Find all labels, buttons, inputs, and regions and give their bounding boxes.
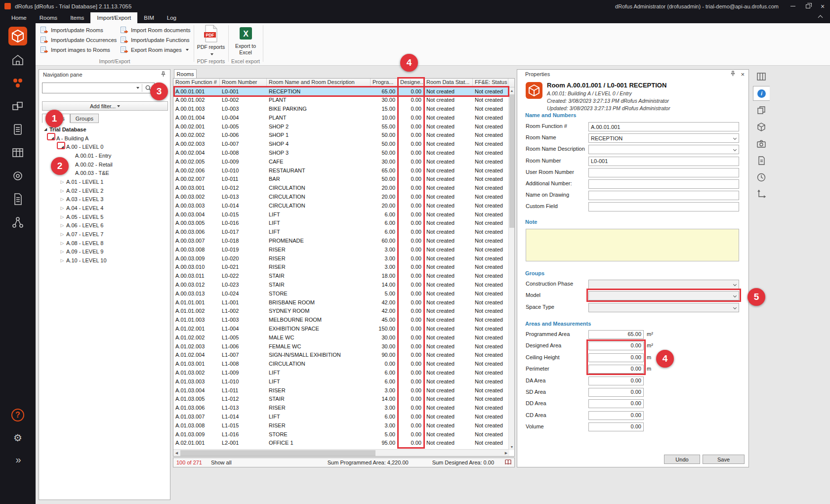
table-row[interactable]: A.00.01.004L0-004PLANT10.000.00Not creat… — [173, 114, 508, 123]
scroll-up-icon[interactable]: ▲ — [509, 87, 515, 94]
tree-expander-icon[interactable]: ▷ — [59, 223, 66, 228]
table-row[interactable]: A.00.02.002L0-006SHOP 150.000.00Not crea… — [173, 131, 508, 140]
close-button[interactable]: × — [815, 0, 830, 12]
column-header-room-number[interactable]: Room Number — [220, 79, 267, 87]
table-row[interactable]: A.00.03.013L0-024STORE5.000.00Not create… — [173, 290, 508, 298]
table-row[interactable]: A.01.03.006L1-013RISER3.000.00Not create… — [173, 404, 508, 413]
construction-phase-combo[interactable] — [588, 280, 739, 289]
restore-button[interactable] — [800, 0, 815, 12]
cd-area-input[interactable]: 0.00 — [588, 411, 644, 420]
tree-item-a-07-level-7[interactable]: ▷A.07 - LEVEL 7 — [39, 230, 170, 239]
da-area-input[interactable]: 0.00 — [588, 377, 644, 385]
table-row[interactable]: A.01.02.002L1-005MALE WC30.000.00Not cre… — [173, 334, 508, 342]
table-row[interactable]: A.01.03.004L1-011RISER3.000.00Not create… — [173, 386, 508, 395]
table-row[interactable]: A.01.02.004L1-007SIGN-IN/SMALL EXHIBITIO… — [173, 351, 508, 360]
table-row[interactable]: A.00.03.001L0-012CIRCULATION20.000.00Not… — [173, 184, 508, 193]
horizontal-scroll-thumb[interactable] — [180, 450, 375, 456]
table-row[interactable]: A.00.03.011L0-022STAIR18.000.00Not creat… — [173, 272, 508, 281]
table-row[interactable]: A.00.03.007L0-018PROMENADE60.000.00Not c… — [173, 237, 508, 246]
scroll-down-icon[interactable]: ▼ — [509, 444, 515, 450]
tree-expander-icon[interactable]: ▷ — [59, 249, 66, 254]
table-row[interactable]: A.01.02.001L1-004EXHIBITION SPACE150.000… — [173, 325, 508, 334]
show-all-link[interactable]: Show all — [211, 460, 232, 465]
tree-item-a-01-level-1[interactable]: ▷A.01 - LEVEL 1 — [39, 177, 170, 186]
import-room-documents-button[interactable]: Import Room documents — [119, 25, 192, 35]
nav-tab-groups[interactable]: Groups — [70, 114, 99, 123]
import-update-occurrences-button[interactable]: Import/update Occurrences — [39, 35, 119, 45]
tree-item-a-08-level-8[interactable]: ▷A.08 - LEVEL 8 — [39, 239, 170, 248]
undo-button[interactable]: Undo — [664, 455, 700, 464]
pin-icon[interactable] — [730, 71, 736, 78]
export-room-images-button[interactable]: Export Room images — [119, 45, 192, 55]
perimeter-input[interactable]: 0.00 — [588, 365, 644, 374]
space-type-combo[interactable] — [588, 303, 739, 312]
tree-expander-icon[interactable]: ◢ — [59, 145, 66, 149]
building-module-icon[interactable] — [0, 49, 36, 71]
minimize-button[interactable] — [786, 0, 800, 12]
choose-columns-icon[interactable] — [753, 69, 770, 84]
rooms-document-tab[interactable]: Rooms — [174, 69, 197, 79]
table-row[interactable]: A.00.02.004L0-008SHOP 350.000.00Not crea… — [173, 149, 508, 158]
name-on-drawing-input[interactable] — [588, 191, 739, 200]
import-images-to-rooms-button[interactable]: Import images to Rooms — [39, 45, 119, 55]
column-header-room-name-and-room-description[interactable]: Room Name and Room Description — [267, 79, 371, 87]
scroll-right-icon[interactable]: ▶ — [503, 450, 509, 457]
tree-expander-icon[interactable]: ▷ — [59, 258, 66, 263]
tab-home[interactable]: Home — [5, 12, 33, 23]
import-update-functions-button[interactable]: Import/update Functions — [119, 35, 192, 45]
copy-pages-icon[interactable] — [753, 103, 770, 118]
tree-expander-icon[interactable]: ◢ — [49, 136, 56, 140]
horizontal-scrollbar[interactable]: ◀ ▶ — [173, 449, 509, 456]
designed-area-input[interactable]: 0.00 — [588, 341, 644, 350]
table-row[interactable]: A.01.03.005L1-012STAIR14.000.00Not creat… — [173, 395, 508, 404]
models-module-icon[interactable] — [0, 95, 36, 117]
tab-bim[interactable]: BIM — [137, 12, 160, 23]
tree-item-a-04-level-4[interactable]: ▷A.04 - LEVEL 4 — [39, 204, 170, 212]
tab-rooms[interactable]: Rooms — [33, 12, 64, 23]
tab-items[interactable]: Items — [64, 12, 90, 23]
history-clock-icon[interactable] — [753, 170, 770, 185]
add-filter-button[interactable]: Add filter... — [42, 101, 168, 111]
vertical-scroll-thumb[interactable] — [509, 94, 514, 228]
table-row[interactable]: A.00.03.002L0-013CIRCULATION20.000.00Not… — [173, 193, 508, 202]
help-icon[interactable]: ? — [0, 404, 36, 426]
additional-number-input[interactable] — [588, 179, 739, 189]
table-row[interactable]: A.00.02.001L0-005SHOP 255.000.00Not crea… — [173, 123, 508, 131]
table-row[interactable]: A.01.01.002L1-002SYDNEY ROOM42.000.00Not… — [173, 307, 508, 316]
table-row[interactable]: A.01.02.003L1-006FEMALE WC30.000.00Not c… — [173, 342, 508, 351]
table-row[interactable]: A.00.01.001L0-001RECEPTION65.000.00Not c… — [173, 87, 508, 96]
table-row[interactable]: A.01.01.003L1-003MELBOURNE ROOM45.000.00… — [173, 316, 508, 325]
systems-module-icon[interactable] — [0, 142, 36, 164]
close-panel-icon[interactable]: × — [741, 71, 745, 78]
room-number-input[interactable]: L0-001 — [588, 157, 739, 166]
measurements-axis-icon[interactable] — [753, 187, 770, 202]
note-textarea[interactable] — [526, 229, 739, 261]
column-header-designe[interactable]: Designe... — [398, 79, 424, 87]
volume-input[interactable]: 0.00 — [588, 422, 644, 431]
pdf-reports-button[interactable]: PDF PDF reports — [197, 25, 225, 57]
drofus-rooms-module-icon[interactable] — [0, 24, 36, 48]
table-row[interactable]: A.00.03.005L0-016LIFT6.000.00Not created… — [173, 219, 508, 228]
scroll-left-icon[interactable]: ◀ — [173, 450, 180, 457]
table-row[interactable]: A.00.03.006L0-017LIFT6.000.00Not created… — [173, 228, 508, 237]
tree-item-a-02-level-2[interactable]: ▷A.02 - LEVEL 2 — [39, 186, 170, 195]
table-row[interactable]: A.00.03.009L0-020RISER3.000.00Not create… — [173, 254, 508, 263]
save-button[interactable]: Save — [703, 455, 745, 464]
table-row[interactable]: A.01.01.001L1-001BRISBANE ROOM42.000.00N… — [173, 298, 508, 307]
column-header-progra[interactable]: Progra... — [371, 79, 398, 87]
tree-item-a-03-level-3[interactable]: ▷A.03 - LEVEL 3 — [39, 195, 170, 204]
table-row[interactable]: A.00.02.006L0-010RESTAURANT65.000.00Not … — [173, 167, 508, 175]
table-row[interactable]: A.00.02.003L0-007SHOP 450.000.00Not crea… — [173, 140, 508, 149]
column-header-room-data-stat[interactable]: Room Data Stat... — [424, 79, 473, 87]
table-row[interactable]: A.01.03.009L1-016STORE5.000.00Not create… — [173, 430, 508, 439]
table-row[interactable]: A.00.01.003L0-003BIKE PARKING15.000.00No… — [173, 105, 508, 114]
table-row[interactable]: A.00.03.004L0-015LIFT6.000.00Not created… — [173, 210, 508, 219]
table-row[interactable]: A.00.03.003L0-014CIRCULATION20.000.00Not… — [173, 202, 508, 210]
tree-item-a-building-a[interactable]: ◢A - Building A — [39, 134, 170, 143]
tree-expander-icon[interactable]: ▷ — [59, 197, 66, 202]
export-to-excel-button[interactable]: X Export to Excel — [231, 25, 260, 56]
table-row[interactable]: A.01.03.008L1-015RISER3.000.00Not create… — [173, 421, 508, 430]
column-header-room-function[interactable]: Room Function # — [173, 79, 220, 87]
ceiling-height-input[interactable]: 0.00 — [588, 353, 644, 362]
pin-icon[interactable] — [161, 71, 166, 78]
